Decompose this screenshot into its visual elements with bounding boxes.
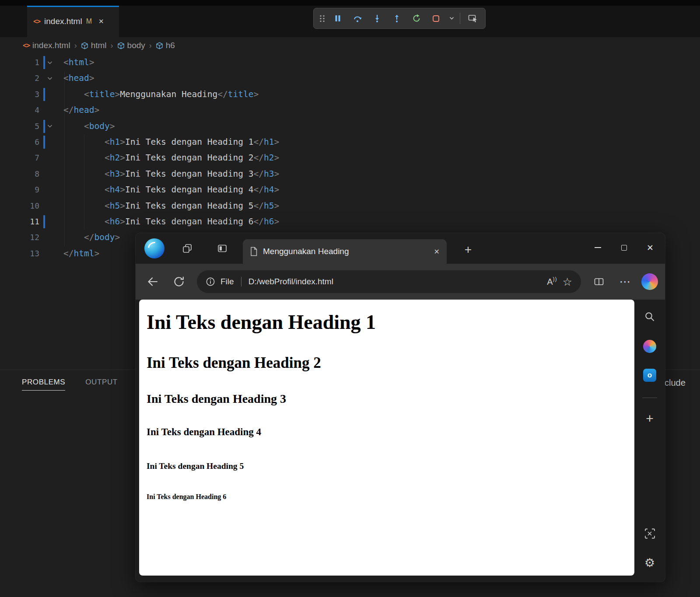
code-line-7[interactable]: 7 <h2>Ini Teks dengan Heading 2</h2>: [0, 150, 700, 166]
screenshot-icon: [644, 528, 655, 539]
tab-close-icon[interactable]: ✕: [98, 17, 104, 25]
inspect-icon: [468, 14, 478, 23]
screenshot-button[interactable]: [644, 528, 655, 541]
chevron-down-icon: [449, 17, 454, 20]
tab-close-icon[interactable]: ✕: [434, 248, 440, 256]
m365-icon[interactable]: [643, 340, 656, 353]
browser-tab-title: Menggunakan Heading: [263, 247, 429, 256]
panel-tab-output[interactable]: OUTPUT: [85, 378, 117, 391]
favorite-star-icon[interactable]: ☆: [563, 276, 572, 288]
minimize-button[interactable]: [584, 233, 611, 262]
stop-button[interactable]: [426, 10, 446, 27]
browser-main: Ini Teks dengan Heading 1Ini Teks dengan…: [136, 300, 665, 582]
fold-chevron-icon[interactable]: [47, 119, 52, 134]
panel-tab-problems[interactable]: PROBLEMS: [22, 378, 65, 391]
code-line-10[interactable]: 10 <h5>Ini Teks dengan Heading 5</h5>: [0, 198, 700, 214]
tab-group-icon: [182, 243, 192, 254]
code-line-9[interactable]: 9 <h4>Ini Teks dengan Heading 4</h4>: [0, 182, 700, 198]
code-line-3[interactable]: 3 <title>Menggunakan Heading</title>: [0, 87, 700, 102]
code-line-11[interactable]: 11 <h6>Ini Teks dengan Heading 6</h6>: [0, 214, 700, 230]
breadcrumb-symbol-body[interactable]: body: [117, 41, 145, 50]
line-number: 4: [0, 102, 39, 118]
code-text: </head>: [63, 102, 99, 118]
step-out-button[interactable]: [387, 10, 406, 27]
fold-chevron-icon[interactable]: [47, 55, 52, 70]
editor-tab-index-html[interactable]: <> index.html M ✕: [27, 6, 119, 37]
debug-drag-handle[interactable]: [316, 10, 328, 27]
line-number: 13: [0, 246, 39, 262]
page-heading-h3: Ini Teks dengan Heading 3: [147, 392, 634, 406]
sidebar-add-button[interactable]: +: [646, 414, 654, 423]
line-number: 10: [0, 198, 39, 214]
breadcrumb: <> index.html › html › body › h6: [23, 38, 175, 52]
breadcrumb-separator: ›: [74, 41, 77, 50]
code-line-1[interactable]: 1<html>: [0, 55, 700, 70]
code-line-5[interactable]: 5 <body>: [0, 119, 700, 134]
code-line-2[interactable]: 2<head>: [0, 70, 700, 86]
code-line-6[interactable]: 6 <h1>Ini Teks dengan Heading 1</h1>: [0, 134, 700, 150]
restart-button[interactable]: [406, 10, 426, 27]
code-text: <h1>Ini Teks dengan Heading 1</h1>: [63, 134, 279, 150]
browser-tab-active[interactable]: Menggunakan Heading ✕: [243, 239, 447, 264]
browser-tab-strip: Menggunakan Heading ✕ + ✕: [136, 233, 665, 264]
pause-button[interactable]: [328, 10, 347, 27]
sidebar-search-button[interactable]: [644, 311, 655, 324]
browser-logo-icon[interactable]: [144, 238, 164, 258]
browser-window: Menggunakan Heading ✕ + ✕ File D:/webPro…: [136, 233, 665, 582]
symbol-cube-icon: [117, 42, 125, 49]
stop-icon: [432, 14, 440, 23]
back-arrow-icon: [147, 276, 159, 288]
read-aloud-icon: A: [547, 277, 553, 286]
code-line-8[interactable]: 8 <h3>Ini Teks dengan Heading 3</h3>: [0, 166, 700, 182]
address-divider: [241, 277, 242, 286]
editor-tab-title: index.html: [44, 17, 82, 26]
line-number: 3: [0, 87, 39, 102]
read-aloud-button[interactable]: A )): [547, 277, 557, 286]
code-editor[interactable]: 1<html>2<head>3 <title>Menggunakan Headi…: [0, 55, 700, 262]
editor-lines: 1<html>2<head>3 <title>Menggunakan Headi…: [0, 55, 700, 262]
page-heading-h2: Ini Teks dengan Heading 2: [147, 354, 634, 372]
step-over-button[interactable]: [347, 10, 367, 27]
more-menu-button[interactable]: ⋯: [615, 272, 635, 292]
close-button[interactable]: ✕: [637, 233, 663, 262]
code-text: <h6>Ini Teks dengan Heading 6</h6>: [63, 214, 279, 230]
code-line-4[interactable]: 4</head>: [0, 102, 700, 118]
refresh-icon: [173, 276, 185, 287]
new-tab-button[interactable]: +: [458, 240, 478, 259]
step-into-button[interactable]: [367, 10, 387, 27]
debug-toolbar: [313, 8, 486, 29]
search-icon: [644, 311, 655, 322]
step-out-icon: [392, 14, 401, 23]
info-icon[interactable]: [206, 277, 215, 286]
outlook-icon[interactable]: o: [643, 369, 656, 382]
page-content: Ini Teks dengan Heading 1Ini Teks dengan…: [139, 300, 634, 576]
line-number: 1: [0, 55, 39, 70]
line-number: 5: [0, 119, 39, 134]
page-heading-h4: Ini Teks dengan Heading 4: [147, 426, 634, 438]
line-number: 7: [0, 150, 39, 166]
address-bar[interactable]: File D:/webProfil/index.html A )) ☆: [197, 270, 581, 293]
symbol-cube-icon: [81, 42, 88, 49]
breadcrumb-symbol-html[interactable]: html: [81, 41, 107, 50]
breadcrumb-separator: ›: [111, 41, 113, 50]
settings-gear-icon[interactable]: ⚙: [644, 557, 655, 569]
breadcrumb-symbol-h6[interactable]: h6: [156, 41, 175, 50]
git-modified-indicator: [43, 88, 45, 101]
fold-chevron-icon[interactable]: [47, 70, 52, 86]
stop-dropdown-button[interactable]: [446, 10, 457, 27]
page-heading-h5: Ini Teks dengan Heading 5: [147, 461, 634, 471]
git-modified-indicator: [43, 56, 45, 69]
inspect-button[interactable]: [463, 10, 483, 27]
pause-icon: [334, 14, 342, 22]
code-text: </body>: [63, 230, 120, 245]
address-scheme: File: [220, 277, 234, 286]
tab-group-button[interactable]: [179, 241, 195, 256]
split-screen-button[interactable]: [589, 272, 609, 292]
breadcrumb-file[interactable]: <> index.html: [23, 41, 70, 50]
back-button[interactable]: [143, 272, 163, 292]
refresh-button[interactable]: [169, 272, 189, 292]
vertical-tabs-button[interactable]: [214, 241, 230, 256]
maximize-button[interactable]: [611, 233, 637, 262]
page-file-icon: [250, 247, 258, 256]
copilot-icon[interactable]: [641, 273, 658, 290]
